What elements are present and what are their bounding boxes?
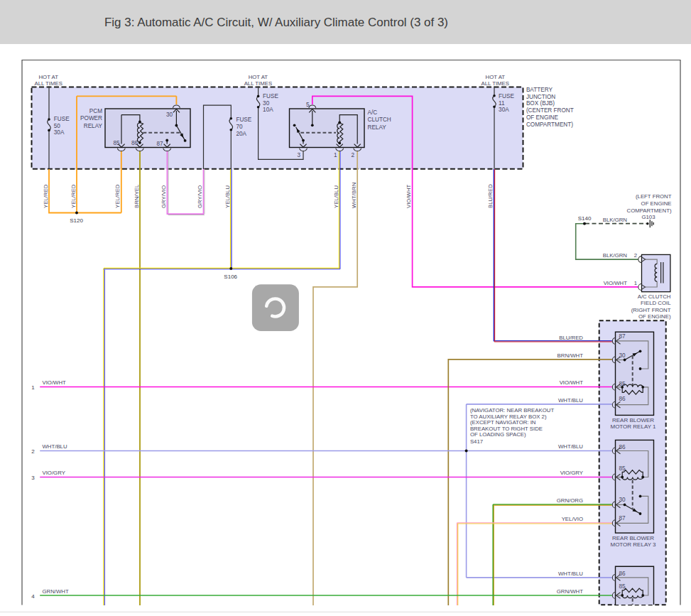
svg-text:Fig 3: Automatic A/C Circuit,: Fig 3: Automatic A/C Circuit, W/ Auxilia… (104, 16, 448, 29)
svg-text:BRN/YEL: BRN/YEL (134, 184, 140, 208)
svg-text:WHT/BLU: WHT/BLU (558, 397, 583, 404)
svg-text:70: 70 (236, 124, 243, 130)
svg-text:30: 30 (263, 100, 270, 107)
svg-text:WHT/BLU: WHT/BLU (558, 571, 583, 577)
svg-text:(CENTER FRONT: (CENTER FRONT (526, 107, 574, 114)
svg-text:1: 1 (634, 280, 637, 286)
svg-text:OF ENGINE: OF ENGINE (641, 200, 672, 207)
svg-text:4: 4 (31, 593, 35, 600)
svg-text:30: 30 (619, 352, 626, 359)
svg-text:COMPARTMENT): COMPARTMENT) (627, 207, 672, 214)
svg-text:HOT AT: HOT AT (249, 74, 268, 80)
svg-text:86: 86 (619, 444, 626, 450)
svg-text:YEL/BLU: YEL/BLU (333, 185, 339, 208)
svg-text:ALL TIMES: ALL TIMES (34, 80, 62, 87)
svg-text:A/C CLUTCH: A/C CLUTCH (638, 293, 671, 300)
svg-text:10A: 10A (263, 107, 273, 113)
svg-text:85: 85 (619, 381, 626, 387)
svg-text:HOT AT: HOT AT (38, 74, 58, 80)
svg-text:3: 3 (297, 152, 300, 158)
svg-text:BATTERY: BATTERY (526, 87, 553, 93)
svg-text:POWER: POWER (80, 115, 102, 121)
svg-text:87: 87 (619, 515, 626, 522)
svg-text:S120: S120 (70, 217, 83, 224)
svg-text:YEL/RED: YEL/RED (114, 184, 121, 208)
svg-text:WHT/BLU: WHT/BLU (558, 443, 583, 450)
svg-text:85: 85 (619, 583, 626, 590)
svg-text:BLU/RED: BLU/RED (559, 335, 583, 341)
svg-text:50: 50 (54, 123, 61, 129)
svg-text:YEL/VIO: YEL/VIO (562, 516, 583, 522)
svg-text:YEL/RED: YEL/RED (43, 184, 49, 208)
svg-text:FUSE: FUSE (263, 93, 278, 99)
svg-text:HOT AT: HOT AT (486, 74, 506, 80)
svg-text:2: 2 (31, 448, 35, 455)
svg-text:OF LOADING SPACE): OF LOADING SPACE) (470, 431, 526, 438)
svg-text:BRN/WHT: BRN/WHT (557, 352, 584, 359)
svg-text:YEL/RED: YEL/RED (70, 184, 77, 208)
svg-text:VIO/WHT: VIO/WHT (406, 184, 412, 208)
svg-text:86: 86 (619, 571, 626, 577)
svg-text:VIO/GRY: VIO/GRY (560, 470, 584, 476)
svg-text:RELAY: RELAY (84, 123, 103, 129)
svg-text:85: 85 (619, 465, 626, 472)
svg-text:87: 87 (619, 333, 626, 340)
svg-text:30A: 30A (499, 107, 509, 113)
svg-text:3: 3 (31, 475, 35, 481)
svg-text:REAR BLOWER: REAR BLOWER (612, 535, 654, 541)
svg-text:2: 2 (351, 152, 354, 158)
svg-text:GRN/ORG: GRN/ORG (557, 497, 583, 504)
svg-text:GRY/VIO: GRY/VIO (160, 185, 167, 208)
svg-text:86: 86 (619, 396, 626, 402)
svg-text:PCM: PCM (89, 108, 102, 114)
svg-text:86: 86 (131, 140, 138, 146)
svg-text:A/C: A/C (368, 109, 378, 116)
svg-text:S106: S106 (224, 274, 237, 280)
svg-text:GRN/WHT: GRN/WHT (43, 588, 69, 595)
svg-text:85: 85 (113, 140, 120, 146)
svg-text:ALL TIMES: ALL TIMES (244, 80, 272, 87)
svg-text:OF ENGINE): OF ENGINE) (638, 313, 671, 320)
svg-text:FUSE: FUSE (54, 116, 70, 122)
svg-text:VIO/WHT: VIO/WHT (43, 379, 67, 386)
svg-text:FIELD COIL: FIELD COIL (641, 300, 671, 306)
svg-text:(RIGHT FRONT: (RIGHT FRONT (631, 307, 671, 313)
svg-text:GRY/VIO: GRY/VIO (197, 185, 203, 208)
svg-text:BLK/GRN: BLK/GRN (603, 252, 627, 259)
svg-text:FUSE: FUSE (499, 93, 514, 99)
svg-text:MOTOR RELAY 1: MOTOR RELAY 1 (610, 423, 656, 430)
svg-text:GRN/WHT: GRN/WHT (557, 588, 583, 595)
svg-text:30A: 30A (54, 129, 65, 136)
svg-text:2: 2 (634, 252, 637, 259)
svg-text:OF ENGINE: OF ENGINE (526, 114, 559, 121)
svg-text:VIO/WHT: VIO/WHT (560, 379, 584, 386)
svg-text:COMPARTMENT): COMPARTMENT) (526, 121, 573, 128)
svg-text:87: 87 (156, 141, 163, 147)
svg-text:REAR BLOWER: REAR BLOWER (612, 417, 654, 423)
svg-text:G103: G103 (641, 214, 655, 220)
svg-text:1: 1 (334, 152, 337, 158)
svg-text:BLK/GRN: BLK/GRN (603, 217, 627, 223)
svg-text:CLUTCH: CLUTCH (368, 117, 391, 123)
svg-text:RELAY: RELAY (368, 124, 387, 131)
svg-text:5: 5 (306, 102, 310, 108)
svg-text:S140: S140 (578, 215, 592, 222)
svg-text:S417: S417 (470, 438, 483, 445)
svg-text:BLU/RED: BLU/RED (487, 184, 494, 208)
svg-text:YEL/BLU: YEL/BLU (224, 185, 231, 208)
svg-text:11: 11 (499, 100, 505, 107)
svg-text:20A: 20A (236, 131, 246, 137)
svg-text:1: 1 (31, 384, 35, 391)
svg-text:VIO/WHT: VIO/WHT (604, 280, 628, 286)
svg-text:(LEFT FRONT: (LEFT FRONT (636, 193, 672, 200)
svg-text:WHT/BRN: WHT/BRN (351, 183, 357, 208)
svg-text:FUSE: FUSE (236, 117, 251, 123)
svg-text:BOX (BJB): BOX (BJB) (526, 100, 555, 107)
svg-text:VIO/GRY: VIO/GRY (43, 470, 66, 476)
svg-text:MOTOR RELAY 3: MOTOR RELAY 3 (610, 541, 656, 548)
svg-text:30: 30 (619, 497, 626, 503)
svg-text:JUNCTION: JUNCTION (526, 94, 555, 100)
svg-text:ALL TIMES: ALL TIMES (481, 80, 509, 87)
svg-text:WHT/BLU: WHT/BLU (43, 443, 67, 450)
svg-text:30: 30 (166, 112, 173, 118)
